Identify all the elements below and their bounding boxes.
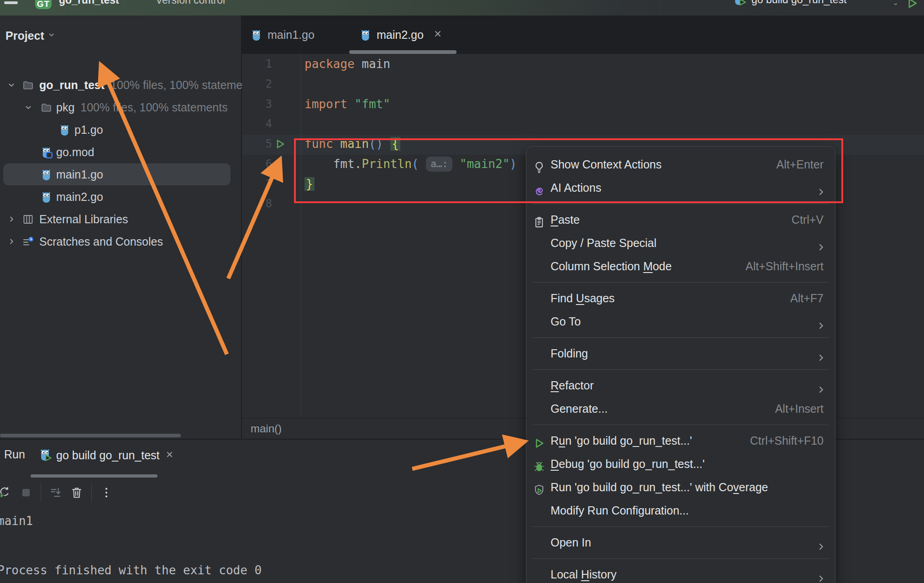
chevron-down-icon [6, 80, 16, 90]
lightbulb-icon [533, 161, 546, 173]
submenu-arrow-icon [815, 573, 827, 583]
menu-separator [532, 526, 829, 527]
menu-item-generate[interactable]: Generate...Alt+Insert [526, 397, 835, 420]
menu-item-show-context-actions[interactable]: Show Context ActionsAlt+Enter [526, 153, 835, 176]
line-number: 7 [242, 174, 272, 194]
menu-item-folding[interactable]: Folding [526, 342, 835, 365]
tree-item-p1-go[interactable]: p1.go [0, 119, 241, 141]
tree-item-label: p1.go [74, 123, 103, 137]
project-avatar[interactable]: GT [35, 0, 52, 9]
submenu-arrow-icon [815, 541, 827, 552]
titlebar-vcs-menu[interactable]: Version control [156, 0, 225, 6]
close-icon[interactable] [432, 28, 443, 41]
menu-item-ai-actions[interactable]: AI Actions [526, 176, 835, 200]
go-run-config-icon [732, 0, 746, 5]
tree-item-main2-go[interactable]: main2.go [0, 186, 241, 208]
run-tab[interactable]: go build go_run_test [38, 443, 175, 467]
menu-separator [532, 369, 829, 370]
line-number: 2 [242, 74, 272, 94]
menu-item-paste[interactable]: PasteCtrl+V [526, 208, 835, 231]
menu-separator [532, 558, 829, 559]
menu-item-go-to[interactable]: Go To [526, 310, 835, 333]
menu-item-debug-go-build-go-run-test[interactable]: Debug 'go build go_run_test...' [526, 452, 835, 476]
project-panel-header[interactable]: Project [5, 26, 56, 45]
close-icon [164, 449, 175, 460]
tree-item-external-libraries[interactable]: External Libraries [0, 208, 241, 230]
parameter-hint: a…: [426, 157, 452, 172]
toolbar-separator [41, 483, 41, 502]
rerun-button[interactable] [0, 482, 16, 503]
tree-item-go-mod[interactable]: go.mod [0, 141, 241, 163]
tree-item-label: Scratches and Consoles [39, 235, 163, 248]
breadcrumb[interactable]: main() [251, 418, 282, 439]
folder-icon [40, 101, 52, 114]
menu-item-run-go-build-go-run-test-with-coverage[interactable]: Run 'go build go_run_test...' with Cover… [526, 476, 835, 499]
menu-item-label: Run 'go build go_run_test...' [551, 434, 692, 447]
menu-item-find-usages[interactable]: Find UsagesAlt+F7 [526, 287, 835, 310]
menu-item-label: Debug 'go build go_run_test...' [551, 457, 705, 470]
menu-item-modify-run-configuration[interactable]: Modify Run Configuration... [526, 499, 835, 522]
line-number: 1 [242, 54, 272, 74]
editor-tab-main2-go[interactable]: main2.go [359, 16, 443, 54]
close-icon[interactable] [164, 449, 175, 462]
scrollend-button [45, 482, 66, 503]
go-file-icon [250, 29, 262, 41]
menu-item-label: Column Selection Mode [551, 260, 672, 273]
menu-item-label: Paste [551, 213, 580, 226]
menu-shortcut: Alt+F7 [790, 287, 824, 310]
go-run-config-icon [732, 0, 746, 7]
run-tab-label: go build go_run_test [56, 449, 160, 462]
menu-item-label: Refactor [551, 379, 594, 392]
coverage-shield-icon [533, 483, 546, 496]
run-button[interactable] [905, 0, 919, 12]
tab-label: main1.go [268, 28, 315, 42]
run-configuration-widget[interactable]: go build go_run_test [732, 0, 846, 6]
titlebar-project-name[interactable]: go_run_test [59, 0, 119, 6]
menu-item-copy-paste-special[interactable]: Copy / Paste Special [526, 231, 835, 255]
menu-separator [532, 204, 829, 204]
submenu-arrow-icon [815, 320, 827, 331]
menu-item-label: Open In [551, 536, 591, 549]
stop-button [16, 482, 37, 503]
chevron-down-icon: ⌄ [892, 0, 898, 7]
debug-bug-icon [533, 460, 546, 473]
scroll-to-end-icon [49, 486, 63, 499]
menu-shortcut: Alt+Shift+Insert [746, 255, 824, 278]
run-play-icon [533, 437, 546, 450]
editor-tab-main1-go[interactable]: main1.go [250, 16, 315, 54]
submenu-arrow-icon [815, 242, 827, 253]
editor-context-menu: Show Context ActionsAlt+EnterAI ActionsP… [526, 146, 835, 583]
titlebar: GT go_run_test Version control go build … [0, 0, 924, 16]
kebab-button[interactable] [96, 482, 117, 503]
run-toolbar [0, 481, 117, 504]
code-line-7: } [304, 174, 315, 194]
coverage-stats: 100% files, 100% statements [80, 101, 227, 114]
menu-item-label: Generate... [551, 402, 608, 415]
menu-item-local-history[interactable]: Local History [526, 563, 835, 583]
menu-item-refactor[interactable]: Refactor [526, 374, 835, 397]
tree-item-label: main1.go [56, 168, 103, 181]
trash-button[interactable] [66, 482, 87, 503]
menu-item-label: AI Actions [551, 181, 601, 194]
menu-shortcut: Alt+Enter [776, 153, 824, 176]
clear-all-trash-icon [70, 486, 84, 499]
go-run-config-icon [38, 448, 52, 463]
line-number: 6 [242, 154, 272, 174]
menu-item-run-go-build-go-run-test[interactable]: Run 'go build go_run_test...'Ctrl+Shift+… [526, 429, 835, 452]
tree-item-go-run-test[interactable]: go_run_test100% files, 100% statements [0, 74, 241, 96]
tree-item-pkg[interactable]: pkg100% files, 100% statements [0, 96, 241, 118]
hamburger-menu-icon[interactable] [4, 1, 18, 4]
rerun-icon [0, 486, 12, 499]
menu-separator [532, 425, 829, 425]
menu-item-open-in[interactable]: Open In [526, 531, 835, 554]
menu-item-label: Folding [551, 347, 588, 360]
code-line-6: fmt.Println( a…: "main2") [304, 154, 517, 174]
coverage-stats: 100% files, 100% statements [110, 79, 257, 92]
menu-item-label: Local History [551, 568, 617, 581]
run-gutter-button[interactable] [274, 138, 286, 152]
horizontal-scrollbar[interactable] [0, 434, 181, 437]
run-panel-title[interactable]: Run [4, 448, 25, 461]
tree-item-main1-go[interactable]: main1.go [0, 163, 241, 185]
menu-item-column-selection-mode[interactable]: Column Selection ModeAlt+Shift+Insert [526, 255, 835, 278]
tree-item-scratches-and-consoles[interactable]: Scratches and Consoles [0, 231, 241, 252]
